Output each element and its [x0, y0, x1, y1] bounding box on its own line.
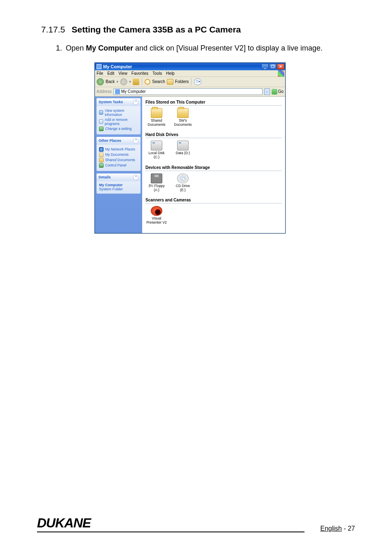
windows-flag-icon: [278, 70, 284, 77]
menu-edit[interactable]: Edit: [107, 71, 114, 76]
document-page: 7.17.5 Setting the Camera 335B as a PC C…: [0, 0, 392, 233]
menu-file[interactable]: File: [97, 71, 103, 76]
link-network-places[interactable]: My Network Places: [99, 147, 138, 152]
folders-icon[interactable]: [167, 79, 173, 85]
back-icon[interactable]: [97, 78, 104, 86]
screenshot-wrapper: My Computer ‗ ❐ ✕ File Edit View Favorit…: [95, 62, 286, 233]
group-header-scanners: Scanners and Cameras: [145, 197, 282, 203]
client-area: System Tasks ˄ View system information A…: [95, 97, 285, 233]
page-footer: DUKANE English - 27: [37, 515, 355, 532]
brand-logo: DUKANE: [37, 515, 304, 532]
panel-header[interactable]: Other Places ˄: [97, 137, 141, 145]
menu-tools[interactable]: Tools: [152, 71, 162, 76]
item-data-d[interactable]: Data (D:): [173, 141, 193, 159]
window-titlebar[interactable]: My Computer ‗ ❐ ✕: [95, 63, 285, 70]
panel-system-tasks: System Tasks ˄ View system information A…: [97, 98, 141, 134]
folder-icon: [151, 108, 162, 118]
close-button[interactable]: ✕: [277, 64, 284, 69]
page-lang: English: [321, 525, 342, 532]
toolbar: Back ▾ ▾ Search Folders ☷▾: [95, 77, 285, 87]
address-field[interactable]: My Computer: [113, 88, 263, 95]
address-bar: Address My Computer ⌄ Go: [95, 87, 285, 97]
network-icon: [99, 147, 104, 152]
back-label[interactable]: Back: [106, 79, 115, 84]
section-heading: 7.17.5 Setting the Camera 335B as a PC C…: [41, 25, 355, 35]
item-shared-documents[interactable]: Shared Documents: [146, 108, 167, 127]
item-cd-drive-e[interactable]: CD Drive (E:): [173, 173, 193, 192]
go-button[interactable]: Go: [272, 89, 284, 95]
step-text-pre: Open: [66, 44, 86, 52]
up-icon[interactable]: [133, 79, 139, 85]
cd-icon: [177, 173, 189, 183]
page-number: English - 27: [321, 525, 355, 532]
sidebar: System Tasks ˄ View system information A…: [95, 97, 142, 233]
floppy-icon: [151, 173, 162, 183]
documents-icon: [99, 153, 104, 157]
folder-icon: [177, 108, 189, 118]
forward-icon[interactable]: [120, 78, 127, 86]
views-icon[interactable]: ☷▾: [194, 79, 201, 85]
address-value: My Computer: [121, 89, 146, 94]
link-change-setting[interactable]: Change a setting: [99, 127, 138, 131]
explorer-window: My Computer ‗ ❐ ✕ File Edit View Favorit…: [95, 62, 286, 233]
link-control-panel[interactable]: Control Panel: [99, 163, 138, 168]
address-dropdown-icon[interactable]: ⌄: [264, 88, 270, 95]
link-system-info[interactable]: View system information: [99, 109, 138, 117]
link-my-documents[interactable]: My Documents: [99, 153, 138, 157]
go-label: Go: [278, 89, 284, 94]
page-num: 27: [348, 525, 355, 532]
search-icon[interactable]: [145, 79, 150, 85]
group-header-hdd: Hard Disk Drives: [145, 132, 282, 138]
step-list: Open My Computer and click on [Visual Pr…: [41, 43, 355, 54]
panel-header[interactable]: Details ˄: [97, 173, 141, 181]
step-text-bold: My Computer: [86, 44, 133, 52]
my-computer-icon: [97, 64, 101, 69]
step-text-post: and click on [Visual Presenter V2] to di…: [133, 44, 323, 52]
details-name: My Computer: [99, 183, 138, 187]
menu-view[interactable]: View: [118, 71, 127, 76]
section-title: Setting the Camera 335B as a PC Camera: [71, 25, 241, 34]
disk-icon: [177, 141, 189, 150]
my-computer-icon: [115, 89, 120, 94]
panel-other-places: Other Places ˄ My Network Places My Docu…: [97, 137, 141, 171]
link-shared-documents[interactable]: Shared Documents: [99, 158, 138, 162]
programs-icon: [99, 119, 103, 124]
panel-title: Other Places: [99, 139, 121, 143]
camera-icon: [151, 206, 162, 216]
go-icon: [272, 89, 277, 95]
collapse-icon[interactable]: ˄: [133, 99, 138, 105]
item-sw-documents[interactable]: SW's Documents: [173, 108, 193, 127]
window-title: My Computer: [103, 64, 132, 69]
address-label: Address: [97, 89, 112, 94]
disk-icon: [151, 141, 162, 150]
item-local-disk-c[interactable]: Local Disk (C:): [146, 141, 167, 159]
control-panel-icon: [99, 163, 104, 168]
menu-help[interactable]: Help: [166, 71, 175, 76]
panel-title: System Tasks: [99, 100, 123, 104]
collapse-icon[interactable]: ˄: [133, 138, 138, 143]
panel-details: Details ˄ My Computer System Folder: [97, 173, 141, 194]
maximize-button[interactable]: ❐: [269, 64, 277, 69]
folders-label[interactable]: Folders: [175, 79, 189, 84]
panel-title: Details: [99, 175, 111, 179]
settings-icon: [99, 127, 104, 131]
section-number: 7.17.5: [41, 25, 65, 34]
item-floppy-a[interactable]: 3½ Floppy (A:): [146, 173, 167, 192]
menu-favorites[interactable]: Favorites: [131, 71, 148, 76]
group-header-removable: Devices with Removable Storage: [145, 164, 282, 171]
main-pane: Files Stored on This Computer Shared Doc…: [142, 97, 285, 233]
step-1: Open My Computer and click on [Visual Pr…: [64, 43, 355, 54]
panel-header[interactable]: System Tasks ˄: [97, 98, 141, 106]
link-add-remove[interactable]: Add or remove programs: [99, 118, 138, 126]
info-icon: [99, 110, 103, 115]
menu-bar: File Edit View Favorites Tools Help: [95, 70, 285, 77]
minimize-button[interactable]: ‗: [261, 64, 269, 69]
details-type: System Folder: [99, 187, 138, 191]
item-visual-presenter[interactable]: Visual Presenter V2: [146, 206, 167, 225]
group-header-files: Files Stored on This Computer: [145, 99, 282, 106]
collapse-icon[interactable]: ˄: [133, 175, 138, 180]
shared-icon: [99, 158, 104, 162]
search-label[interactable]: Search: [152, 79, 165, 84]
